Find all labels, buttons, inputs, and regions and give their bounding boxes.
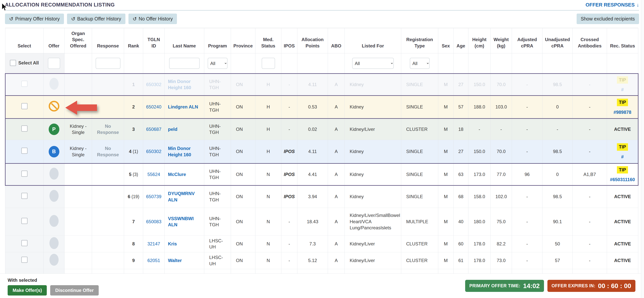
tip-badge: TIP	[617, 143, 628, 151]
last-name-link[interactable]: Walter	[168, 258, 182, 263]
filter-select: Select All	[5, 53, 44, 74]
select-all-checkbox[interactable]	[10, 60, 16, 66]
action-bar: With selected Make Offer(s) Discontinue …	[0, 273, 641, 298]
table-row: 832147KrisLHSC-UHONN-7.3AKidney/LiverCLU…	[5, 236, 638, 252]
cell-offer	[44, 252, 64, 269]
tgln-id-link[interactable]: 62051	[147, 258, 160, 263]
filter-age	[454, 53, 468, 74]
tip-badge: TIP	[617, 166, 628, 174]
cell-sex: M	[438, 252, 454, 269]
rec-status-link[interactable]: #989878	[609, 109, 636, 115]
row-checkbox[interactable]	[22, 193, 28, 199]
filter-listed: All	[345, 53, 401, 74]
row-checkbox[interactable]	[22, 218, 28, 224]
cell-offer	[44, 164, 64, 186]
offer-filter-input[interactable]	[48, 58, 60, 69]
cell-unadjcpra: 57	[542, 252, 572, 269]
col-crossed: Crossed Antibodies	[572, 28, 607, 53]
cell-tgln: 650240	[143, 96, 164, 119]
cell-med: H	[256, 74, 281, 96]
history-icon: ↺	[71, 17, 76, 22]
last-name-link[interactable]: DYUQMRNV ALN	[168, 191, 195, 202]
cell-unadjcpra: 90.1	[542, 208, 572, 236]
col-tgln: TGLN ID	[143, 28, 164, 53]
no-offer-history-button[interactable]: ↺No Offer History	[128, 14, 177, 24]
cell-age: 27	[454, 74, 468, 96]
last-name-link[interactable]: Kris	[168, 241, 177, 246]
cell-recstatus: ACTIVE	[607, 252, 638, 269]
cell-sex: M	[438, 186, 454, 208]
offer-responses-link[interactable]: OFFER RESPONSES↓	[586, 2, 639, 8]
cell-weight: 75.0	[490, 208, 512, 236]
tgln-id-link[interactable]: 55624	[147, 172, 160, 177]
tgln-id-link[interactable]: 650739	[146, 194, 161, 199]
regtype-filter-select[interactable]: All	[410, 58, 430, 69]
lastname-filter-input[interactable]	[169, 58, 200, 69]
cell-program: UHN-TGH	[204, 164, 231, 186]
rec-status-link[interactable]: #	[609, 154, 636, 160]
cell-weight: 70.0	[490, 74, 512, 96]
make-offers-button[interactable]: Make Offer(s)	[8, 285, 47, 295]
cell-adjcpra: -	[512, 96, 542, 119]
vertical-scrollbar[interactable]	[641, 0, 644, 298]
row-checkbox[interactable]	[22, 125, 28, 131]
show-excluded-recipients-button[interactable]: Show excluded recipients	[576, 14, 639, 24]
cell-adjcpra: -	[512, 252, 542, 269]
header-row: SelectOfferOrgan Spec. OfferedResponseRa…	[5, 28, 638, 53]
cell-alloc: 18.43	[298, 208, 328, 236]
cell-weight: 102.0	[490, 186, 512, 208]
tgln-id-link[interactable]: 650687	[146, 127, 161, 132]
response-filter-input[interactable]	[96, 58, 120, 69]
backup-offer-history-button[interactable]: ↺Backup Offer History	[67, 14, 126, 24]
cell-alloc: 0.53	[298, 96, 328, 119]
cell-lastname: peld	[164, 119, 204, 140]
cell-lastname: McClure	[164, 164, 204, 186]
col-sex: Sex	[438, 28, 454, 53]
cell-lastname: Walter	[164, 252, 204, 269]
listed-filter-select[interactable]: All	[352, 58, 394, 69]
tgln-id-link[interactable]: 32147	[147, 241, 160, 246]
cell-height: 178.0	[468, 252, 490, 269]
last-name-link[interactable]: VSSWNBWI ALN	[168, 216, 194, 227]
cell-tgln: 32147	[143, 236, 164, 252]
row-checkbox[interactable]	[22, 171, 28, 177]
cell-lastname: Min Donor Height 160	[164, 74, 204, 96]
tgln-id-link[interactable]: 650083	[146, 219, 161, 224]
rec-status-link[interactable]: #650311160	[609, 177, 636, 183]
discontinue-offer-button[interactable]: Discontinue Offer	[50, 285, 98, 295]
tgln-id-link[interactable]: 650302	[146, 149, 161, 154]
rec-status-text: ACTIVE	[614, 241, 631, 246]
row-checkbox[interactable]	[22, 240, 28, 246]
cell-ipos: IPOS	[281, 140, 298, 164]
cell-province: ON	[231, 96, 256, 119]
cell-regtype: CLUSTER	[401, 252, 438, 269]
cell-organ: Kidney - Single	[64, 119, 92, 140]
row-checkbox[interactable]	[22, 257, 28, 263]
med-filter-input[interactable]	[262, 58, 275, 69]
last-name-link[interactable]: Min Donor Height 160	[168, 146, 191, 157]
tgln-id-link[interactable]: 650240	[146, 104, 161, 109]
cell-select	[5, 96, 44, 119]
cell-tgln: 650739	[143, 186, 164, 208]
cell-sex: M	[438, 208, 454, 236]
col-province: Province	[231, 28, 256, 53]
cell-tgln: 650083	[143, 208, 164, 236]
offer-expires-label: OFFER EXPIRES IN:	[552, 283, 596, 288]
cell-weight: -	[490, 119, 512, 140]
program-filter-select[interactable]: All	[208, 58, 228, 69]
last-name-link[interactable]: Lindgren ALN	[168, 104, 198, 109]
row-checkbox[interactable]	[22, 148, 28, 154]
row-checkbox[interactable]	[22, 103, 28, 109]
last-name-link[interactable]: McClure	[168, 172, 186, 177]
primary-offer-history-button[interactable]: ↺Primary Offer History	[5, 14, 64, 24]
cell-organ	[64, 74, 92, 96]
filter-response	[92, 53, 124, 74]
cell-response	[92, 96, 124, 119]
table-row: 7650083VSSWNBWI ALNUHN-TGHONN-18.43AKidn…	[5, 208, 638, 236]
cell-listed: Kidney	[345, 74, 401, 96]
col-organ: Organ Spec. Offered	[64, 28, 92, 53]
last-name-link[interactable]: peld	[168, 127, 177, 132]
filter-ipos	[281, 53, 298, 74]
cell-rank: 2	[124, 96, 143, 119]
cell-adjcpra: 96	[512, 164, 542, 186]
